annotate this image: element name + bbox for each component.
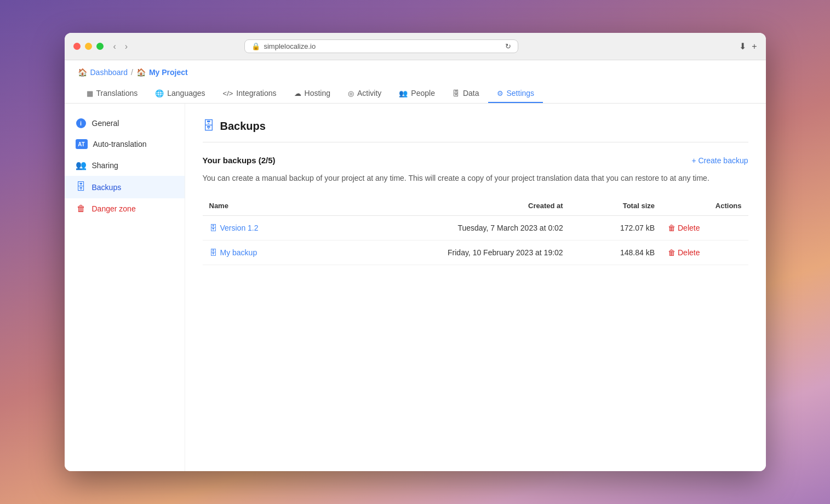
sidebar-item-sharing[interactable]: 👥 Sharing bbox=[65, 154, 185, 176]
tab-languages[interactable]: 🌐 Languages bbox=[146, 84, 214, 103]
activity-icon: ◎ bbox=[348, 89, 354, 98]
backups-description: You can create a manual backup of your p… bbox=[203, 173, 748, 184]
backups-table: Name Created at Total size Actions 🗄 Ver… bbox=[203, 197, 748, 265]
sidebar-danger-label: Danger zone bbox=[92, 204, 136, 213]
forward-button[interactable]: › bbox=[122, 41, 131, 53]
nav-buttons: ‹ › bbox=[110, 41, 131, 53]
backup-actions-cell-2: 🗑 Delete bbox=[661, 240, 748, 265]
toolbar-right: ⬇ + bbox=[739, 41, 757, 51]
tab-activity-label: Activity bbox=[357, 89, 381, 98]
col-actions: Actions bbox=[661, 197, 748, 216]
backups-count: Your backups (2/5) bbox=[203, 156, 276, 165]
trash-icon-1: 🗑 bbox=[668, 224, 676, 232]
tab-integrations-label: Integrations bbox=[236, 89, 276, 98]
settings-icon: ⚙ bbox=[497, 89, 503, 98]
section-header: 🗄 Backups bbox=[203, 119, 748, 142]
backup-version-name: Version 1.2 bbox=[220, 224, 259, 232]
table-row: 🗄 My backup Friday, 10 February 2023 at … bbox=[203, 240, 748, 265]
integrations-icon: </> bbox=[223, 89, 233, 98]
info-icon: i bbox=[76, 118, 87, 128]
reload-icon[interactable]: ↻ bbox=[505, 42, 511, 50]
main-tabs: ▦ Translations 🌐 Languages </> Integrati… bbox=[78, 84, 753, 103]
data-icon: 🗄 bbox=[453, 89, 460, 98]
project-link[interactable]: My Project bbox=[149, 68, 188, 77]
col-name: Name bbox=[203, 197, 323, 216]
tab-people-label: People bbox=[411, 89, 435, 98]
maximize-button[interactable] bbox=[96, 43, 104, 50]
sidebar-backups-label: Backups bbox=[92, 183, 122, 192]
main-content: i General AT Auto-translation 👥 Sharing … bbox=[65, 104, 766, 471]
section-title: Backups bbox=[220, 120, 266, 133]
tab-people[interactable]: 👥 People bbox=[390, 84, 444, 103]
backup-version-link[interactable]: 🗄 Version 1.2 bbox=[209, 224, 316, 232]
browser-window: ‹ › 🔒 simplelocalize.io ↻ ⬇ + 🏠 Dashboar… bbox=[65, 33, 766, 471]
backup-mybackup-name: My backup bbox=[220, 248, 257, 257]
traffic-lights bbox=[73, 43, 104, 50]
tab-translations[interactable]: ▦ Translations bbox=[78, 84, 147, 103]
backup-db-icon-2: 🗄 bbox=[209, 248, 217, 257]
backup-size-2: 148.84 kB bbox=[570, 240, 661, 265]
dashboard-link[interactable]: Dashboard bbox=[90, 68, 128, 77]
backup-created-at: Tuesday, 7 March 2023 at 0:02 bbox=[323, 216, 570, 240]
table-header-row: Name Created at Total size Actions bbox=[203, 197, 748, 216]
tab-hosting-label: Hosting bbox=[305, 89, 330, 98]
backups-subheader: Your backups (2/5) + Create backup bbox=[203, 156, 748, 165]
languages-icon: 🌐 bbox=[155, 89, 164, 98]
home-icon: 🏠 bbox=[78, 68, 87, 77]
page-content: 🗄 Backups Your backups (2/5) + Create ba… bbox=[185, 104, 766, 471]
new-tab-button[interactable]: + bbox=[752, 41, 757, 51]
tab-data-label: Data bbox=[463, 89, 479, 98]
section-db-icon: 🗄 bbox=[203, 119, 215, 133]
tab-hosting[interactable]: ☁ Hosting bbox=[285, 84, 339, 103]
minimize-button[interactable] bbox=[85, 43, 92, 50]
content-area: 🏠 Dashboard / 🏠 My Project ▦ Translation… bbox=[65, 60, 766, 471]
delete-label-1: Delete bbox=[678, 224, 700, 232]
auto-translation-icon: AT bbox=[76, 139, 88, 149]
sidebar-item-auto-translation[interactable]: AT Auto-translation bbox=[65, 134, 185, 154]
danger-icon: 🗑 bbox=[76, 204, 87, 214]
tab-activity[interactable]: ◎ Activity bbox=[339, 84, 390, 103]
backup-name-cell: 🗄 Version 1.2 bbox=[203, 216, 323, 240]
project-icon: 🏠 bbox=[136, 68, 146, 77]
trash-icon-2: 🗑 bbox=[668, 248, 676, 257]
hosting-icon: ☁ bbox=[294, 89, 301, 98]
sidebar-auto-translation-label: Auto-translation bbox=[93, 140, 147, 148]
tab-settings-label: Settings bbox=[507, 89, 535, 98]
tab-data[interactable]: 🗄 Data bbox=[444, 84, 488, 103]
lock-icon: 🔒 bbox=[251, 42, 260, 50]
download-button[interactable]: ⬇ bbox=[739, 41, 746, 51]
col-total-size: Total size bbox=[570, 197, 661, 216]
tab-settings[interactable]: ⚙ Settings bbox=[488, 84, 543, 103]
people-icon: 👥 bbox=[399, 89, 408, 98]
table-row: 🗄 Version 1.2 Tuesday, 7 March 2023 at 0… bbox=[203, 216, 748, 240]
sidebar-general-label: General bbox=[92, 119, 119, 128]
sidebar-sharing-label: Sharing bbox=[92, 161, 118, 170]
backup-mybackup-link[interactable]: 🗄 My backup bbox=[209, 248, 316, 257]
tab-languages-label: Languages bbox=[167, 89, 205, 98]
top-nav: 🏠 Dashboard / 🏠 My Project ▦ Translation… bbox=[65, 60, 766, 104]
backups-icon: 🗄 bbox=[76, 181, 87, 193]
breadcrumb-separator: / bbox=[131, 68, 133, 77]
delete-button-2[interactable]: 🗑 Delete bbox=[668, 248, 700, 257]
sidebar-item-general[interactable]: i General bbox=[65, 112, 185, 134]
tab-translations-label: Translations bbox=[96, 89, 138, 98]
backup-db-icon: 🗄 bbox=[209, 224, 217, 232]
delete-label-2: Delete bbox=[678, 248, 700, 257]
backup-size: 172.07 kB bbox=[570, 216, 661, 240]
sidebar-item-danger-zone[interactable]: 🗑 Danger zone bbox=[65, 198, 185, 219]
title-bar: ‹ › 🔒 simplelocalize.io ↻ ⬇ + bbox=[65, 33, 766, 60]
sharing-icon: 👥 bbox=[76, 160, 87, 170]
address-bar[interactable]: 🔒 simplelocalize.io ↻ bbox=[244, 39, 518, 53]
backup-actions-cell: 🗑 Delete bbox=[661, 216, 748, 240]
breadcrumb: 🏠 Dashboard / 🏠 My Project bbox=[78, 68, 753, 77]
backup-created-at-2: Friday, 10 February 2023 at 19:02 bbox=[323, 240, 570, 265]
create-backup-button[interactable]: + Create backup bbox=[691, 156, 748, 165]
backup-name-cell-2: 🗄 My backup bbox=[203, 240, 323, 265]
sidebar-item-backups[interactable]: 🗄 Backups bbox=[65, 176, 185, 198]
back-button[interactable]: ‹ bbox=[110, 41, 119, 53]
tab-integrations[interactable]: </> Integrations bbox=[214, 84, 285, 103]
url-text: simplelocalize.io bbox=[264, 42, 316, 50]
translations-icon: ▦ bbox=[87, 89, 93, 98]
delete-button-1[interactable]: 🗑 Delete bbox=[668, 224, 700, 232]
close-button[interactable] bbox=[73, 43, 81, 50]
